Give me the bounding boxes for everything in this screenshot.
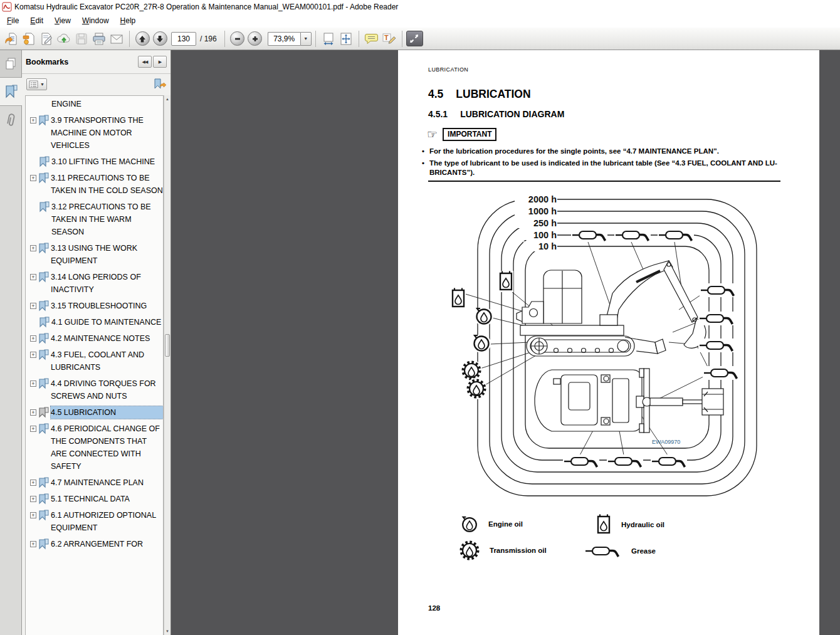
expand-icon[interactable]: +: [30, 426, 36, 432]
zoom-out-button[interactable]: [229, 30, 246, 48]
bookmark-item[interactable]: + 4.4 DRIVING TORQUES FOR SCREWS AND NUT…: [28, 377, 163, 402]
bookmark-label[interactable]: 3.9 TRANSPORTING THE MACHINE ON MOTOR VE…: [51, 114, 163, 152]
bookmark-label[interactable]: 3.12 PRECAUTIONS TO BE TAKEN IN THE WARM…: [51, 201, 163, 238]
bookmark-icon: [38, 271, 49, 283]
sign-button[interactable]: [38, 30, 55, 48]
bookmarks-tab[interactable]: [0, 78, 23, 105]
bookmark-label[interactable]: 3.14 LONG PERIODS OF INACTIVITY: [51, 271, 163, 296]
expand-icon[interactable]: +: [30, 335, 36, 342]
bookmark-item[interactable]: + 3.15 TROUBLESHOOTING: [28, 300, 163, 312]
bookmark-item[interactable]: + 4.3 FUEL, COOLANT AND LUBRICANTS: [28, 349, 163, 374]
bookmark-icon: [38, 172, 49, 184]
previous-page-button[interactable]: [134, 30, 151, 48]
bookmark-label[interactable]: 4.1 GUIDE TO MAINTENANCE: [51, 316, 163, 328]
highlight-text-button[interactable]: T: [381, 30, 398, 48]
bookmark-item[interactable]: + 3.13 USING THE WORK EQUIPMENT: [28, 242, 163, 267]
bookmark-options-button[interactable]: ▼: [26, 78, 47, 90]
pointing-hand-icon: ☞: [427, 129, 438, 140]
send-to-cloud-button[interactable]: [55, 30, 73, 48]
bookmark-item[interactable]: 3.12 PRECAUTIONS TO BE TAKEN IN THE WARM…: [28, 201, 163, 238]
bookmark-item[interactable]: 4.1 GUIDE TO MAINTENANCE: [28, 316, 163, 328]
window-title: Komatsu Hydraulic Excavator PC20R_27R-8 …: [14, 3, 398, 11]
bookmark-item[interactable]: 3.10 LIFTING THE MACHINE: [28, 155, 163, 168]
expand-icon[interactable]: +: [30, 175, 36, 181]
fit-width-button[interactable]: [320, 30, 337, 48]
expand-icon[interactable]: +: [30, 303, 36, 309]
menu-help[interactable]: Help: [115, 15, 142, 26]
important-label: IMPORTANT: [443, 128, 496, 141]
expand-icon[interactable]: +: [30, 409, 36, 416]
document-view[interactable]: LUBRICATION 4.5LUBRICATION 4.5.1LUBRICAT…: [172, 50, 840, 635]
bookmark-item[interactable]: ENGINE: [28, 98, 163, 110]
bookmark-label[interactable]: 4.5 LUBRICATION: [51, 406, 163, 419]
bookmark-label[interactable]: 3.10 LIFTING THE MACHINE: [51, 155, 163, 168]
create-pdf-button[interactable]: [20, 30, 38, 48]
interval-label: 10 h: [538, 241, 557, 251]
scroll-up-button[interactable]: ▲: [164, 95, 171, 103]
print-button[interactable]: [90, 30, 108, 48]
bookmark-label[interactable]: 4.2 MAINTENANCE NOTES: [51, 332, 163, 345]
menu-file[interactable]: File: [1, 15, 24, 26]
expand-panel-button[interactable]: ▶: [153, 56, 167, 68]
zoom-dropdown-button[interactable]: ▼: [300, 32, 312, 46]
bookmark-label[interactable]: 4.3 FUEL, COOLANT AND LUBRICANTS: [51, 349, 163, 374]
expand-icon[interactable]: +: [30, 117, 36, 123]
expand-icon[interactable]: +: [30, 496, 36, 502]
bookmark-item[interactable]: + 4.6 PERIODICAL CHANGE OF THE COMPONENT…: [28, 422, 163, 473]
save-button[interactable]: [73, 30, 90, 48]
expand-icon[interactable]: +: [30, 541, 36, 547]
bookmark-item[interactable]: + 4.7 MAINTENANCE PLAN: [28, 476, 163, 489]
bookmark-item[interactable]: + 4.5 LUBRICATION: [28, 406, 163, 419]
running-header: LUBRICATION: [428, 66, 468, 73]
collapse-panel-button[interactable]: ◀◀: [138, 56, 152, 68]
grease-icon: [703, 366, 739, 380]
bookmark-label[interactable]: 3.15 TROUBLESHOOTING: [51, 300, 163, 312]
comment-button[interactable]: [363, 30, 381, 48]
zoom-control[interactable]: 73,9% ▼: [268, 32, 312, 46]
bullet-icon: •: [422, 159, 424, 168]
fullscreen-button[interactable]: [406, 31, 423, 46]
expand-icon[interactable]: +: [30, 245, 36, 251]
export-bookmark-icon[interactable]: [153, 78, 166, 90]
zoom-level-value[interactable]: 73,9%: [268, 32, 300, 46]
expand-icon[interactable]: +: [30, 380, 36, 387]
expand-icon[interactable]: +: [30, 480, 36, 486]
page-thumbnails-tab[interactable]: [0, 50, 21, 78]
bookmark-item[interactable]: + 6.1 AUTHORIZED OPTIONAL EQUIPMENT: [28, 509, 163, 534]
expand-icon[interactable]: +: [30, 352, 36, 358]
bookmark-label[interactable]: 3.11 PRECAUTIONS TO BE TAKEN IN THE COLD…: [51, 172, 163, 197]
expand-icon[interactable]: +: [30, 274, 36, 280]
menu-view[interactable]: View: [49, 15, 76, 26]
legend-grease: Grease: [584, 543, 656, 559]
bookmarks-scrollbar[interactable]: ▲ ▼: [164, 95, 171, 635]
bookmark-label[interactable]: 6.2 ARRANGEMENT FOR: [51, 538, 163, 550]
bookmark-item[interactable]: + 3.14 LONG PERIODS OF INACTIVITY: [28, 271, 163, 296]
bookmark-label[interactable]: 4.4 DRIVING TORQUES FOR SCREWS AND NUTS: [51, 377, 163, 402]
bookmark-item[interactable]: + 5.1 TECHNICAL DATA: [28, 493, 163, 505]
email-button[interactable]: [108, 30, 125, 48]
minus-icon: [233, 34, 242, 43]
bookmark-item[interactable]: + 6.2 ARRANGEMENT FOR: [28, 538, 163, 550]
menu-window[interactable]: Window: [76, 15, 115, 26]
expand-icon[interactable]: +: [30, 512, 36, 518]
bookmark-label[interactable]: ENGINE: [51, 98, 163, 110]
scrollbar-thumb[interactable]: [165, 334, 170, 357]
zoom-in-button[interactable]: [246, 30, 264, 48]
bookmark-label[interactable]: 3.13 USING THE WORK EQUIPMENT: [51, 242, 163, 267]
bookmark-label[interactable]: 4.7 MAINTENANCE PLAN: [51, 476, 163, 489]
page-number-input[interactable]: 130: [171, 32, 196, 46]
scroll-down-button[interactable]: ▼: [164, 627, 171, 635]
bookmark-label[interactable]: 4.6 PERIODICAL CHANGE OF THE COMPONENTS …: [51, 422, 163, 473]
bookmarks-toolbar: ▼: [22, 74, 171, 94]
bookmark-item[interactable]: + 3.9 TRANSPORTING THE MACHINE ON MOTOR …: [28, 114, 163, 152]
toolbar-separator: [224, 31, 225, 47]
bookmark-label[interactable]: 6.1 AUTHORIZED OPTIONAL EQUIPMENT: [51, 509, 163, 534]
open-button[interactable]: [3, 30, 20, 48]
fit-page-button[interactable]: [337, 30, 355, 48]
menu-edit[interactable]: Edit: [24, 15, 49, 26]
next-page-button[interactable]: [151, 30, 169, 48]
bookmark-item[interactable]: + 4.2 MAINTENANCE NOTES: [28, 332, 163, 345]
bookmark-label[interactable]: 5.1 TECHNICAL DATA: [51, 493, 163, 505]
attachments-tab[interactable]: [0, 105, 21, 133]
bookmark-item[interactable]: + 3.11 PRECAUTIONS TO BE TAKEN IN THE CO…: [28, 172, 163, 197]
